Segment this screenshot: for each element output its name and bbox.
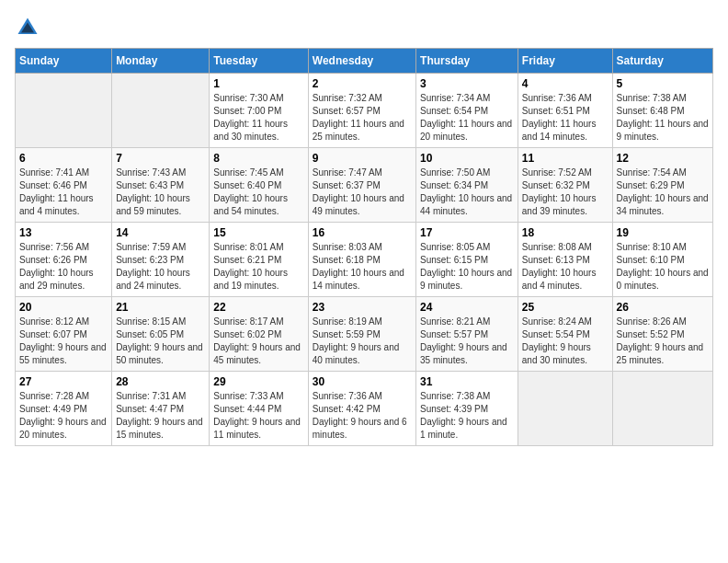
day-info: Sunrise: 7:36 AMSunset: 6:51 PMDaylight:… xyxy=(522,92,609,144)
day-cell: 30Sunrise: 7:36 AMSunset: 4:42 PMDayligh… xyxy=(308,372,415,446)
day-cell: 16Sunrise: 8:03 AMSunset: 6:18 PMDayligh… xyxy=(308,223,415,297)
day-number: 13 xyxy=(19,226,108,239)
day-number: 9 xyxy=(313,152,412,165)
col-header-friday: Friday xyxy=(518,49,612,74)
week-row-2: 6Sunrise: 7:41 AMSunset: 6:46 PMDaylight… xyxy=(16,148,713,223)
day-number: 7 xyxy=(116,152,205,165)
day-info: Sunrise: 7:31 AMSunset: 4:47 PMDaylight:… xyxy=(116,390,205,442)
week-row-4: 20Sunrise: 8:12 AMSunset: 6:07 PMDayligh… xyxy=(16,297,713,372)
day-number: 18 xyxy=(522,226,609,239)
day-number: 21 xyxy=(116,301,205,314)
col-header-wednesday: Wednesday xyxy=(308,49,415,74)
day-number: 10 xyxy=(420,152,514,165)
day-info: Sunrise: 8:03 AMSunset: 6:18 PMDaylight:… xyxy=(313,241,412,293)
day-info: Sunrise: 8:26 AMSunset: 5:52 PMDaylight:… xyxy=(617,316,709,367)
day-cell: 12Sunrise: 7:54 AMSunset: 6:29 PMDayligh… xyxy=(612,148,712,223)
day-number: 16 xyxy=(313,226,412,239)
day-info: Sunrise: 7:30 AMSunset: 7:00 PMDaylight:… xyxy=(213,92,303,144)
day-number: 12 xyxy=(617,152,709,165)
day-info: Sunrise: 8:05 AMSunset: 6:15 PMDaylight:… xyxy=(420,241,514,293)
day-info: Sunrise: 7:50 AMSunset: 6:34 PMDaylight:… xyxy=(420,167,514,218)
day-info: Sunrise: 8:21 AMSunset: 5:57 PMDaylight:… xyxy=(420,316,514,367)
day-info: Sunrise: 7:47 AMSunset: 6:37 PMDaylight:… xyxy=(313,167,412,218)
day-info: Sunrise: 7:38 AMSunset: 4:39 PMDaylight:… xyxy=(420,390,514,442)
day-number: 27 xyxy=(19,375,108,388)
day-cell: 17Sunrise: 8:05 AMSunset: 6:15 PMDayligh… xyxy=(416,223,518,297)
day-cell: 2Sunrise: 7:32 AMSunset: 6:57 PMDaylight… xyxy=(308,74,415,148)
day-number: 23 xyxy=(313,301,412,314)
day-info: Sunrise: 7:36 AMSunset: 4:42 PMDaylight:… xyxy=(313,390,412,442)
day-info: Sunrise: 8:12 AMSunset: 6:07 PMDaylight:… xyxy=(19,316,108,367)
day-cell: 7Sunrise: 7:43 AMSunset: 6:43 PMDaylight… xyxy=(112,148,210,223)
day-cell xyxy=(612,372,712,446)
day-cell: 4Sunrise: 7:36 AMSunset: 6:51 PMDaylight… xyxy=(518,74,612,148)
day-number: 30 xyxy=(313,375,412,388)
day-number: 24 xyxy=(420,301,514,314)
day-info: Sunrise: 7:56 AMSunset: 6:26 PMDaylight:… xyxy=(19,241,108,293)
day-number: 28 xyxy=(116,375,205,388)
header-row: SundayMondayTuesdayWednesdayThursdayFrid… xyxy=(16,49,713,74)
day-info: Sunrise: 7:33 AMSunset: 4:44 PMDaylight:… xyxy=(213,390,303,442)
day-cell: 25Sunrise: 8:24 AMSunset: 5:54 PMDayligh… xyxy=(518,297,612,372)
day-cell xyxy=(112,74,210,148)
day-info: Sunrise: 7:41 AMSunset: 6:46 PMDaylight:… xyxy=(19,167,108,218)
day-info: Sunrise: 7:52 AMSunset: 6:32 PMDaylight:… xyxy=(522,167,609,218)
day-cell: 10Sunrise: 7:50 AMSunset: 6:34 PMDayligh… xyxy=(416,148,518,223)
day-info: Sunrise: 8:08 AMSunset: 6:13 PMDaylight:… xyxy=(522,241,609,293)
day-info: Sunrise: 8:19 AMSunset: 5:59 PMDaylight:… xyxy=(313,316,412,367)
day-cell: 19Sunrise: 8:10 AMSunset: 6:10 PMDayligh… xyxy=(612,223,712,297)
day-number: 11 xyxy=(522,152,609,165)
day-number: 20 xyxy=(19,301,108,314)
day-cell: 15Sunrise: 8:01 AMSunset: 6:21 PMDayligh… xyxy=(210,223,308,297)
day-number: 29 xyxy=(213,375,303,388)
day-cell: 9Sunrise: 7:47 AMSunset: 6:37 PMDaylight… xyxy=(308,148,415,223)
day-info: Sunrise: 7:28 AMSunset: 4:49 PMDaylight:… xyxy=(19,390,108,442)
day-number: 25 xyxy=(522,301,609,314)
week-row-1: 1Sunrise: 7:30 AMSunset: 7:00 PMDaylight… xyxy=(16,74,713,148)
day-cell: 31Sunrise: 7:38 AMSunset: 4:39 PMDayligh… xyxy=(416,372,518,446)
day-number: 14 xyxy=(116,226,205,239)
logo xyxy=(15,15,44,40)
day-number: 6 xyxy=(19,152,108,165)
day-cell: 26Sunrise: 8:26 AMSunset: 5:52 PMDayligh… xyxy=(612,297,712,372)
calendar-table: SundayMondayTuesdayWednesdayThursdayFrid… xyxy=(15,48,713,446)
day-cell: 23Sunrise: 8:19 AMSunset: 5:59 PMDayligh… xyxy=(308,297,415,372)
day-info: Sunrise: 7:32 AMSunset: 6:57 PMDaylight:… xyxy=(313,92,412,144)
day-cell: 28Sunrise: 7:31 AMSunset: 4:47 PMDayligh… xyxy=(112,372,210,446)
day-cell: 8Sunrise: 7:45 AMSunset: 6:40 PMDaylight… xyxy=(210,148,308,223)
day-cell: 3Sunrise: 7:34 AMSunset: 6:54 PMDaylight… xyxy=(416,74,518,148)
col-header-thursday: Thursday xyxy=(416,49,518,74)
day-cell: 24Sunrise: 8:21 AMSunset: 5:57 PMDayligh… xyxy=(416,297,518,372)
col-header-monday: Monday xyxy=(112,49,210,74)
day-cell: 18Sunrise: 8:08 AMSunset: 6:13 PMDayligh… xyxy=(518,223,612,297)
day-info: Sunrise: 8:24 AMSunset: 5:54 PMDaylight:… xyxy=(522,316,609,367)
day-number: 8 xyxy=(213,152,303,165)
col-header-tuesday: Tuesday xyxy=(210,49,308,74)
day-cell: 1Sunrise: 7:30 AMSunset: 7:00 PMDaylight… xyxy=(210,74,308,148)
day-info: Sunrise: 7:54 AMSunset: 6:29 PMDaylight:… xyxy=(617,167,709,218)
day-cell: 14Sunrise: 7:59 AMSunset: 6:23 PMDayligh… xyxy=(112,223,210,297)
day-cell xyxy=(518,372,612,446)
day-cell: 6Sunrise: 7:41 AMSunset: 6:46 PMDaylight… xyxy=(16,148,112,223)
day-number: 3 xyxy=(420,77,514,90)
day-cell: 5Sunrise: 7:38 AMSunset: 6:48 PMDaylight… xyxy=(612,74,712,148)
day-number: 17 xyxy=(420,226,514,239)
day-info: Sunrise: 7:34 AMSunset: 6:54 PMDaylight:… xyxy=(420,92,514,144)
day-info: Sunrise: 7:45 AMSunset: 6:40 PMDaylight:… xyxy=(213,167,303,218)
day-number: 4 xyxy=(522,77,609,90)
day-number: 2 xyxy=(313,77,412,90)
page-header xyxy=(15,15,713,40)
day-number: 22 xyxy=(213,301,303,314)
day-number: 31 xyxy=(420,375,514,388)
day-cell: 27Sunrise: 7:28 AMSunset: 4:49 PMDayligh… xyxy=(16,372,112,446)
day-info: Sunrise: 7:38 AMSunset: 6:48 PMDaylight:… xyxy=(617,92,709,144)
col-header-saturday: Saturday xyxy=(612,49,712,74)
logo-icon xyxy=(15,15,40,40)
day-info: Sunrise: 8:10 AMSunset: 6:10 PMDaylight:… xyxy=(617,241,709,293)
day-cell: 22Sunrise: 8:17 AMSunset: 6:02 PMDayligh… xyxy=(210,297,308,372)
day-cell: 11Sunrise: 7:52 AMSunset: 6:32 PMDayligh… xyxy=(518,148,612,223)
day-number: 15 xyxy=(213,226,303,239)
day-cell: 29Sunrise: 7:33 AMSunset: 4:44 PMDayligh… xyxy=(210,372,308,446)
day-info: Sunrise: 8:17 AMSunset: 6:02 PMDaylight:… xyxy=(213,316,303,367)
day-cell: 21Sunrise: 8:15 AMSunset: 6:05 PMDayligh… xyxy=(112,297,210,372)
